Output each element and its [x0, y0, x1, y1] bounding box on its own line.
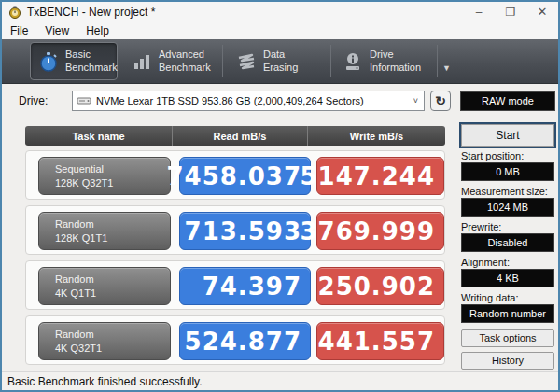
menu-bar: File View Help [2, 22, 558, 39]
selected-drive-text: NVMe Lexar 1TB SSD 953.86 GB (2,000,409,… [96, 95, 413, 106]
results-table-header: Task name Read mB/s Write mB/s [25, 126, 445, 146]
table-row-random-4k-q1: Random 4K Q1T1 74.397 250.902 [25, 260, 445, 310]
task-button[interactable]: Random 4K Q1T1 [38, 267, 171, 305]
bar-chart-icon [132, 51, 152, 72]
write-value: 5147.244 [316, 157, 444, 195]
tab-label: BasicBenchmark [65, 49, 118, 75]
close-button[interactable]: ✕ [528, 2, 556, 22]
write-value: 441.557 [316, 322, 444, 360]
refresh-drives-button[interactable]: ↻ [430, 91, 451, 111]
drive-icon [77, 95, 91, 106]
history-button[interactable]: History [461, 352, 554, 370]
write-value: 250.902 [316, 267, 444, 305]
toolbar-separator [330, 45, 331, 77]
task-button[interactable]: Random 4K Q32T1 [38, 322, 171, 360]
chevron-down-icon: ˅ [413, 96, 420, 105]
table-row-random-4k-q32: Random 4K Q32T1 524.877 441.557 [25, 315, 445, 365]
toolbar: BasicBenchmark AdvancedBenchmark Data Er… [2, 39, 558, 84]
eraser-zigzag-icon [236, 51, 257, 72]
table-row-random-128k: Random 128K Q1T1 713.593 3769.999 [25, 205, 445, 255]
minimize-button[interactable]: – [465, 2, 493, 22]
task-button[interactable]: Sequential 128K Q32T1 [38, 157, 171, 195]
prewrite-value[interactable]: Disabled [461, 233, 554, 252]
start-position-value[interactable]: 0 MB [461, 162, 554, 181]
task-options-button[interactable]: Task options [461, 329, 554, 347]
app-icon [8, 6, 21, 19]
start-button[interactable]: Start [461, 124, 554, 147]
read-value: 74.397 [179, 267, 311, 305]
toolbar-overflow-arrow[interactable]: ▼ [442, 63, 451, 73]
tab-label: Data Erasing [263, 49, 322, 75]
tab-advanced-benchmark[interactable]: AdvancedBenchmark [124, 42, 219, 80]
refresh-icon: ↻ [435, 93, 446, 108]
window-title: TxBENCH - New project * [27, 6, 155, 19]
status-bar-separator [427, 374, 427, 388]
column-header-task-name: Task name [25, 126, 172, 146]
alignment-value[interactable]: 4 KB [461, 269, 554, 287]
alignment-label: Alignment: [461, 257, 510, 268]
status-message: Basic Benchmark finished successfully. [7, 375, 203, 388]
writing-data-label: Writing data: [461, 292, 519, 303]
table-row-sequential-128k: Sequential 128K Q32T1 7458.037 5147.244 [25, 150, 445, 200]
drive-select[interactable]: NVMe Lexar 1TB SSD 953.86 GB (2,000,409,… [72, 91, 425, 111]
task-button[interactable]: Random 128K Q1T1 [38, 212, 171, 250]
measurement-size-value[interactable]: 1024 MB [461, 198, 554, 217]
measurement-size-label: Measurement size: [461, 186, 548, 197]
prewrite-label: Prewrite: [461, 221, 501, 232]
settings-sidebar: Start Start position: 0 MB Measurement s… [459, 84, 556, 373]
tab-data-erasing[interactable]: Data Erasing [229, 42, 329, 80]
title-bar: TxBENCH - New project * – ❐ ✕ [2, 2, 558, 22]
column-header-write: Write mB/s [307, 126, 445, 146]
write-value: 3769.999 [316, 212, 444, 250]
tab-drive-information[interactable]: DriveInformation [335, 42, 434, 80]
menu-view[interactable]: View [36, 22, 77, 39]
menu-help[interactable]: Help [77, 22, 118, 39]
tab-label: AdvancedBenchmark [159, 49, 211, 75]
column-header-read: Read mB/s [172, 126, 307, 146]
drive-label: Drive: [19, 94, 48, 107]
tab-label: DriveInformation [370, 49, 421, 75]
writing-data-value[interactable]: Random number [461, 304, 554, 323]
read-value: 524.877 [179, 322, 311, 360]
stopwatch-icon [38, 51, 59, 72]
toolbar-separator [222, 45, 223, 77]
maximize-button[interactable]: ❐ [497, 2, 525, 22]
drive-info-icon [343, 51, 363, 72]
toolbar-separator [437, 45, 438, 77]
status-bar: Basic Benchmark finished successfully. [2, 371, 558, 390]
read-value: 713.593 [179, 212, 311, 250]
read-value: 7458.037 [179, 157, 311, 195]
menu-file[interactable]: File [2, 22, 36, 39]
start-position-label: Start position: [461, 150, 524, 161]
txbench-window: TxBENCH - New project * – ❐ ✕ File View … [0, 0, 560, 392]
tab-basic-benchmark[interactable]: BasicBenchmark [30, 42, 118, 80]
